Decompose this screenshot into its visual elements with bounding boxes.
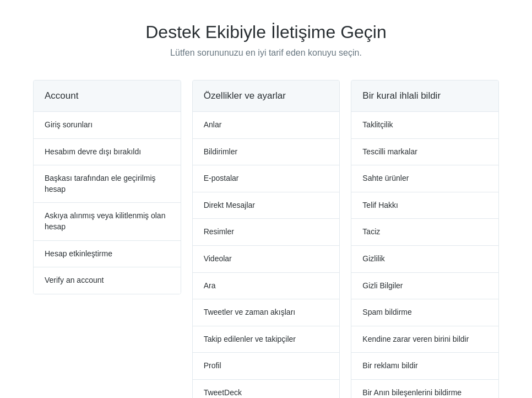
list-item[interactable]: Videolar bbox=[193, 246, 340, 273]
list-item[interactable]: Bir reklamı bildir bbox=[351, 353, 498, 380]
column-items-account: Giriş sorunlarıHesabım devre dışı bırakı… bbox=[34, 112, 181, 294]
list-item[interactable]: Taklitçilik bbox=[351, 112, 498, 139]
page-container: Destek Ekibiyle İletişime Geçin Lütfen s… bbox=[0, 0, 532, 398]
list-item[interactable]: Gizli Bilgiler bbox=[351, 273, 498, 300]
column-account: AccountGiriş sorunlarıHesabım devre dışı… bbox=[33, 80, 181, 294]
column-items-features: AnlarBildirimlerE-postalarDirekt Mesajla… bbox=[193, 112, 340, 398]
list-item[interactable]: Hesap etkinleştirme bbox=[34, 241, 181, 268]
list-item[interactable]: Hesabım devre dışı bırakıldı bbox=[34, 139, 181, 166]
list-item[interactable]: Taciz bbox=[351, 219, 498, 246]
list-item[interactable]: Tescilli markalar bbox=[351, 139, 498, 166]
list-item[interactable]: TweetDeck bbox=[193, 380, 340, 398]
list-item[interactable]: Askıya alınmış veya kilitlenmiş olan hes… bbox=[34, 203, 181, 240]
list-item[interactable]: Resimler bbox=[193, 219, 340, 246]
list-item[interactable]: Başkası tarafından ele geçirilmiş hesap bbox=[34, 165, 181, 203]
column-items-report: TaklitçilikTescilli markalarSahte ürünle… bbox=[351, 112, 498, 398]
list-item[interactable]: Profil bbox=[193, 353, 340, 380]
list-item[interactable]: E-postalar bbox=[193, 165, 340, 192]
list-item[interactable]: Gizlilik bbox=[351, 246, 498, 273]
list-item[interactable]: Bir Anın bileşenlerini bildirme bbox=[351, 380, 498, 398]
list-item[interactable]: Telif Hakkı bbox=[351, 192, 498, 219]
list-item[interactable]: Kendine zarar veren birini bildir bbox=[351, 326, 498, 353]
page-subtitle: Lütfen sorununuzu en iyi tarif eden konu… bbox=[33, 48, 499, 58]
list-item[interactable]: Ara bbox=[193, 273, 340, 300]
list-item[interactable]: Anlar bbox=[193, 112, 340, 139]
column-report: Bir kural ihlali bildirTaklitçilikTescil… bbox=[351, 80, 499, 398]
column-header-account: Account bbox=[34, 80, 181, 112]
list-item[interactable]: Bildirimler bbox=[193, 139, 340, 166]
column-header-features: Özellikler ve ayarlar bbox=[193, 80, 340, 112]
list-item[interactable]: Direkt Mesajlar bbox=[193, 192, 340, 219]
list-item[interactable]: Takip edilenler ve takipçiler bbox=[193, 326, 340, 353]
page-header: Destek Ekibiyle İletişime Geçin Lütfen s… bbox=[33, 22, 499, 58]
column-features: Özellikler ve ayarlarAnlarBildirimlerE-p… bbox=[192, 80, 340, 398]
columns-container: AccountGiriş sorunlarıHesabım devre dışı… bbox=[33, 80, 499, 398]
list-item[interactable]: Spam bildirme bbox=[351, 299, 498, 326]
list-item[interactable]: Tweetler ve zaman akışları bbox=[193, 299, 340, 326]
list-item[interactable]: Sahte ürünler bbox=[351, 165, 498, 192]
page-title: Destek Ekibiyle İletişime Geçin bbox=[33, 22, 499, 42]
list-item[interactable]: Giriş sorunları bbox=[34, 112, 181, 139]
column-header-report: Bir kural ihlali bildir bbox=[351, 80, 498, 112]
list-item[interactable]: Verify an account bbox=[34, 267, 181, 294]
